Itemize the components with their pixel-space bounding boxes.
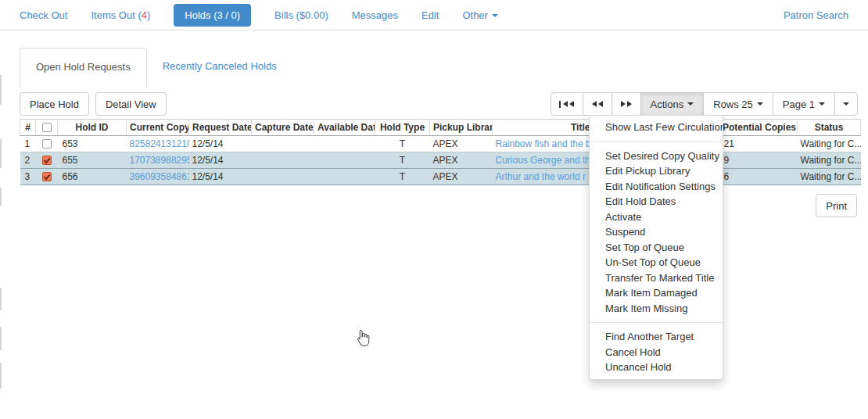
available-date-cell xyxy=(314,169,375,185)
select-all-header[interactable] xyxy=(36,120,58,136)
nav-holds-active[interactable]: Holds (3 / 0) xyxy=(174,4,251,27)
col-header-hold-type[interactable]: Hold Type xyxy=(375,120,430,136)
row-checkbox[interactable] xyxy=(42,156,52,165)
num-cell: 1 xyxy=(20,136,36,152)
nav-other-dropdown[interactable]: Other xyxy=(462,9,498,21)
hold-id-cell: 653 xyxy=(58,136,127,152)
potential-copies-cell: 6 xyxy=(719,169,798,185)
items-out-label-close: ) xyxy=(147,9,150,21)
rows-label: Rows 25 xyxy=(713,98,753,110)
actions-label: Actions xyxy=(651,98,684,110)
page-button[interactable]: Page 1 xyxy=(773,92,835,116)
items-out-label: Items Out ( xyxy=(91,9,141,21)
left-edge-artifact xyxy=(0,188,2,206)
hold-type-cell: T xyxy=(375,169,430,185)
pickup-library-cell: APEX xyxy=(430,169,493,185)
items-out-count: 4 xyxy=(142,9,147,21)
first-page-button[interactable] xyxy=(551,92,583,116)
chevron-down-icon xyxy=(819,102,825,106)
menu-item-find-another-target[interactable]: Find Another Target xyxy=(590,329,723,345)
nav-messages[interactable]: Messages xyxy=(352,9,398,21)
table-row[interactable]: 265517073898829512/5/14TAPEXCurious Geor… xyxy=(20,152,861,169)
copy-barcode-link[interactable]: 396093584861 xyxy=(130,171,189,182)
row-checkbox[interactable] xyxy=(42,139,52,149)
nav-items-out[interactable]: Items Out (4) xyxy=(91,9,150,21)
menu-item-edit-hold-dates[interactable]: Edit Hold Dates xyxy=(590,194,723,210)
menu-item-mark-item-damaged[interactable]: Mark Item Damaged xyxy=(590,285,723,301)
menu-item-suspend[interactable]: Suspend xyxy=(590,224,723,240)
tab-recently-canceled-holds[interactable]: Recently Canceled Holds xyxy=(147,48,292,88)
menu-divider xyxy=(590,322,723,323)
patron-navbar: Check Out Items Out (4) Holds (3 / 0) Bi… xyxy=(0,0,868,30)
menu-item-set-desired-copy-quality[interactable]: Set Desired Copy Quality xyxy=(590,149,723,164)
current-copy-cell: 825824131210 xyxy=(127,136,189,152)
potential-copies-cell: 21 xyxy=(719,136,798,152)
status-cell: Waiting for C... xyxy=(798,169,861,185)
request-date-cell: 12/5/14 xyxy=(189,136,252,152)
menu-item-edit-pickup-library[interactable]: Edit Pickup Library xyxy=(590,163,723,179)
pickup-library-cell: APEX xyxy=(430,136,493,152)
request-date-cell: 12/5/14 xyxy=(189,169,252,185)
col-header-capture-date[interactable]: Capture Date xyxy=(252,120,314,136)
copy-barcode-link[interactable]: 170738988295 xyxy=(130,155,189,166)
place-hold-button[interactable]: Place Hold xyxy=(20,92,89,116)
status-cell: Waiting for C... xyxy=(798,152,861,169)
num-cell: 3 xyxy=(20,169,36,185)
table-header-row: #Hold IDCurrent CopyRequest DateCapture … xyxy=(20,120,861,136)
holds-toolbar: Place Hold Detail View Actions Rows 25 P… xyxy=(20,92,858,116)
table-row[interactable]: 165382582413121012/5/14TAPEXRainbow fish… xyxy=(20,136,861,152)
menu-item-mark-item-missing[interactable]: Mark Item Missing xyxy=(590,301,723,317)
prev-page-button[interactable] xyxy=(583,92,612,116)
potential-copies-cell: 9 xyxy=(719,152,798,169)
col-header-request-date[interactable]: Request Date xyxy=(189,120,252,136)
grid-options-button[interactable] xyxy=(834,92,858,116)
chevron-down-icon xyxy=(757,102,763,106)
left-edge-artifact xyxy=(0,75,2,105)
actions-menu: Show Last Few CirculationsSet Desired Co… xyxy=(589,115,723,380)
menu-item-show-last-few-circulations[interactable]: Show Last Few Circulations xyxy=(590,120,723,135)
col-header-status[interactable]: Status xyxy=(798,120,861,136)
menu-item-edit-notification-settings[interactable]: Edit Notification Settings xyxy=(590,179,723,195)
title-link[interactable]: Arthur and the world r xyxy=(496,171,586,182)
chevron-down-icon xyxy=(492,14,498,17)
detail-view-button[interactable]: Detail View xyxy=(95,92,167,116)
next-page-icon xyxy=(621,101,626,107)
col-header-potential-copies[interactable]: Potential Copies xyxy=(719,120,798,136)
pickup-library-cell: APEX xyxy=(430,152,493,169)
menu-item-uncancel-hold[interactable]: Uncancel Hold xyxy=(590,360,723,375)
tab-open-hold-requests[interactable]: Open Hold Requests xyxy=(20,48,147,88)
print-button[interactable]: Print xyxy=(816,194,857,217)
col-header-pickup-library[interactable]: Pickup Library xyxy=(430,120,493,136)
hold-id-cell: 656 xyxy=(58,169,127,185)
num-cell: 2 xyxy=(20,152,36,169)
col-header-[interactable]: # xyxy=(20,120,36,136)
left-edge-artifact xyxy=(0,139,2,168)
select-all-checkbox[interactable] xyxy=(42,123,52,132)
menu-item-activate[interactable]: Activate xyxy=(590,210,723,225)
col-header-current-copy[interactable]: Current Copy xyxy=(127,120,189,136)
request-date-cell: 12/5/14 xyxy=(189,152,252,169)
hold-type-cell: T xyxy=(375,136,430,152)
title-link[interactable]: Curious George and th xyxy=(496,155,590,166)
hold-type-cell: T xyxy=(375,152,430,169)
title-link[interactable]: Rainbow fish and the b xyxy=(496,138,591,149)
col-header-available-date[interactable]: Available Date xyxy=(314,120,375,136)
menu-item-transfer-to-marked-title[interactable]: Transfer To Marked Title xyxy=(590,270,723,286)
nav-bills[interactable]: Bills ($0.00) xyxy=(274,9,328,21)
actions-button[interactable]: Actions xyxy=(640,92,705,116)
chevron-down-icon xyxy=(843,102,849,106)
nav-edit[interactable]: Edit xyxy=(421,9,439,21)
page-label: Page 1 xyxy=(783,98,815,110)
rows-button[interactable]: Rows 25 xyxy=(703,92,773,116)
row-checkbox[interactable] xyxy=(42,172,52,181)
checkbox-cell xyxy=(36,169,58,185)
col-header-hold-id[interactable]: Hold ID xyxy=(58,120,127,136)
menu-item-set-top-of-queue[interactable]: Set Top of Queue xyxy=(590,240,723,256)
menu-item-cancel-hold[interactable]: Cancel Hold xyxy=(590,345,723,360)
menu-item-un-set-top-of-queue[interactable]: Un-Set Top of Queue xyxy=(590,255,723,270)
next-page-button[interactable] xyxy=(612,92,641,116)
copy-barcode-link[interactable]: 825824131210 xyxy=(130,138,189,149)
patron-search-link[interactable]: Patron Search xyxy=(784,9,848,21)
table-row[interactable]: 365639609358486112/5/14TAPEXArthur and t… xyxy=(20,169,861,185)
nav-check-out[interactable]: Check Out xyxy=(20,9,67,21)
